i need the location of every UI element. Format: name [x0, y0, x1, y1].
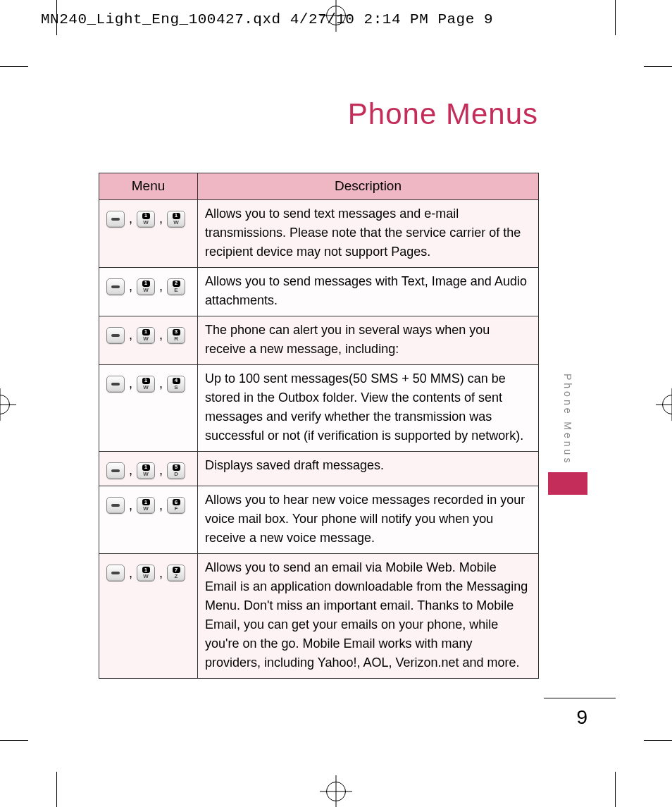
key-number: 3 [173, 329, 180, 335]
key-number: 1 [173, 213, 180, 219]
separator: , [129, 374, 132, 393]
key-number: 1 [142, 499, 150, 505]
table-row: ,1W,7ZAllows you to send an email via Mo… [99, 554, 539, 679]
key-letter: S [174, 385, 178, 390]
separator: , [129, 326, 132, 345]
separator: , [159, 496, 163, 515]
softkey-icon [106, 278, 125, 295]
table-row: ,1W,4SUp to 100 sent messages(50 SMS + 5… [99, 364, 539, 451]
separator: , [129, 564, 132, 583]
numpad-key-1-icon: 1W [137, 211, 155, 228]
separator: , [159, 564, 163, 583]
description-cell: Displays saved draft messages. [198, 451, 539, 486]
numpad-key-1-icon: 1W [137, 376, 155, 393]
crop-mark [615, 0, 616, 35]
menu-key-sequence-cell: ,1W,2E [99, 267, 198, 316]
separator: , [129, 496, 132, 515]
table-row: ,1W,3RThe phone can alert you in several… [99, 316, 539, 364]
numpad-key-5-icon: 5D [167, 462, 185, 479]
description-cell: Up to 100 sent messages(50 SMS + 50 MMS)… [198, 364, 539, 451]
table-row: ,1W,5DDisplays saved draft messages. [99, 451, 539, 486]
key-number: 1 [142, 567, 150, 573]
registration-mark-icon [326, 6, 346, 25]
key-number: 1 [142, 329, 150, 335]
key-letter: Z [175, 574, 178, 579]
softkey-icon [106, 565, 125, 581]
menu-key-sequence-cell: ,1W,4S [99, 364, 198, 451]
key-letter: R [174, 336, 178, 342]
key-letter: W [173, 220, 179, 226]
table-row: ,1W,6FAllows you to hear new voice messa… [99, 486, 539, 554]
key-letter: W [143, 288, 149, 293]
crop-mark [644, 740, 672, 741]
table-row: ,1W,1WAllows you to send text messages a… [99, 199, 539, 267]
separator: , [159, 326, 163, 345]
print-slug-line: MN240_Light_Eng_100427.qxd 4/27/10 2:14 … [41, 11, 493, 27]
crop-mark [0, 66, 28, 67]
separator: , [159, 209, 163, 228]
side-tab-indicator [548, 472, 587, 495]
description-cell: The phone can alert you in several ways … [198, 316, 539, 364]
key-letter: F [175, 506, 178, 512]
menu-key-sequence-cell: ,1W,1W [99, 199, 198, 267]
key-number: 1 [142, 378, 150, 384]
key-letter: W [143, 385, 149, 390]
numpad-key-2-icon: 2E [167, 278, 185, 295]
numpad-key-1-icon: 1W [137, 462, 155, 479]
menu-key-sequence-cell: ,1W,6F [99, 486, 198, 554]
description-cell: Allows you to send text messages and e-m… [198, 199, 539, 267]
crop-mark [56, 0, 57, 35]
registration-mark-icon [326, 782, 346, 801]
softkey-icon [106, 376, 125, 393]
registration-mark-icon [0, 395, 10, 414]
numpad-key-4-icon: 4S [167, 376, 185, 393]
key-letter: W [143, 574, 149, 579]
side-tab: Phone Menus [548, 369, 587, 495]
numpad-key-1-icon: 1W [137, 497, 155, 514]
page-number-rule [544, 698, 616, 698]
menu-description-table: Menu Description ,1W,1WAllows you to sen… [99, 173, 539, 679]
key-number: 6 [173, 499, 180, 505]
crop-mark [56, 772, 57, 807]
key-number: 1 [142, 281, 150, 287]
numpad-key-1-icon: 1W [137, 327, 155, 344]
numpad-key-1-icon: 1W [137, 278, 155, 295]
key-letter: D [174, 472, 178, 477]
key-number: 5 [173, 464, 180, 471]
separator: , [129, 461, 132, 480]
numpad-key-3-icon: 3R [167, 327, 185, 344]
registration-mark-icon [662, 395, 672, 414]
page-title: Phone Menus [348, 97, 538, 131]
key-letter: E [174, 288, 178, 293]
page-number: 9 [576, 706, 587, 729]
separator: , [159, 277, 163, 296]
key-letter: W [143, 336, 149, 342]
softkey-icon [106, 497, 125, 514]
key-number: 1 [142, 213, 150, 219]
menu-key-sequence-cell: ,1W,3R [99, 316, 198, 364]
separator: , [129, 209, 132, 228]
separator: , [159, 374, 163, 393]
menu-key-sequence-cell: ,1W,5D [99, 451, 198, 486]
crop-mark [615, 772, 616, 807]
numpad-key-6-icon: 6F [167, 497, 185, 514]
crop-mark [644, 66, 672, 67]
softkey-icon [106, 327, 125, 344]
numpad-key-1-icon: 1W [137, 565, 155, 581]
side-tab-label: Phone Menus [555, 369, 580, 472]
numpad-key-1-icon: 1W [167, 211, 185, 228]
description-cell: Allows you to hear new voice messages re… [198, 486, 539, 554]
numpad-key-7-icon: 7Z [167, 565, 185, 581]
key-letter: W [143, 506, 149, 512]
key-number: 7 [173, 567, 180, 573]
table-header-description: Description [198, 173, 539, 200]
table-header-menu: Menu [99, 173, 198, 200]
key-number: 4 [173, 378, 180, 384]
separator: , [129, 277, 132, 296]
key-number: 1 [142, 464, 150, 471]
key-letter: W [143, 220, 149, 226]
separator: , [159, 461, 163, 480]
table-row: ,1W,2EAllows you to send messages with T… [99, 267, 539, 316]
menu-key-sequence-cell: ,1W,7Z [99, 554, 198, 679]
key-number: 2 [173, 281, 180, 287]
